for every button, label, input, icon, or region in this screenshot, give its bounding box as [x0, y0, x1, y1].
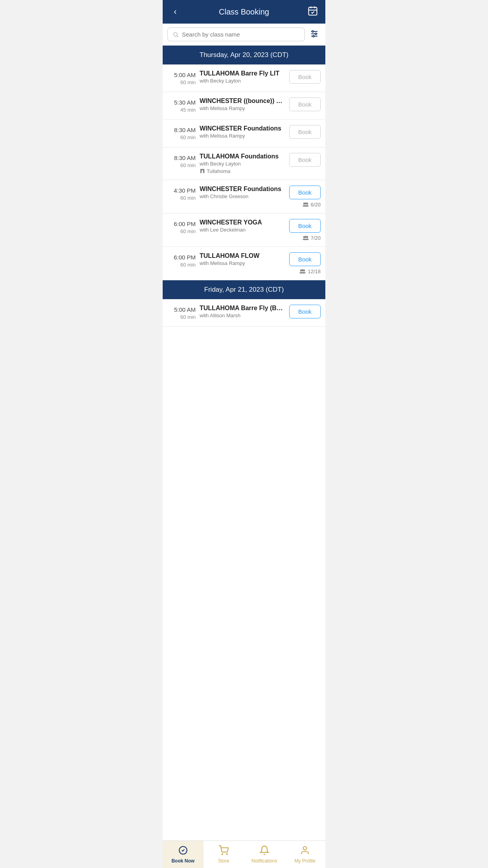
svg-point-33	[222, 854, 223, 855]
filter-button[interactable]	[308, 28, 321, 41]
svg-line-5	[177, 36, 178, 37]
class-row: 5:30 AM45 minWINCHESTER ((bounce)) FL...…	[163, 92, 325, 120]
nav-item-my-profile[interactable]: My Profile	[285, 841, 326, 868]
book-button[interactable]: Book	[289, 186, 321, 199]
search-icon	[172, 31, 179, 38]
nav-item-notifications[interactable]: Notifications	[244, 841, 285, 868]
class-action: Book	[289, 70, 321, 84]
class-info: TULLAHOMA Foundationswith Becky LaytonTu…	[200, 153, 285, 174]
class-row: 5:00 AM60 minTULLAHOMA Barre Fly LITwith…	[163, 64, 325, 92]
class-instructor: with Becky Layton	[200, 78, 285, 84]
class-instructor: with Christie Greeson	[200, 193, 285, 199]
book-button[interactable]: Book	[289, 219, 321, 233]
nav-label: Notifications	[251, 858, 277, 864]
class-name: TULLAHOMA Barre Fly (BO...	[200, 305, 285, 312]
book-button[interactable]: Book	[289, 305, 321, 318]
class-name: TULLAHOMA Barre Fly LIT	[200, 70, 285, 77]
class-instructor: with Lee Deckelman	[200, 227, 285, 233]
class-time: 5:00 AM60 min	[167, 70, 196, 86]
class-action: Book 7/20	[289, 219, 321, 241]
class-info: WINCHESTER ((bounce)) FL...with Melissa …	[200, 97, 285, 111]
class-row: 6:00 PM60 minTULLAHOMA FLOWwith Melissa …	[163, 247, 325, 280]
class-action: Book 6/20	[289, 186, 321, 208]
capacity-label: 6/20	[311, 202, 321, 208]
svg-point-22	[305, 236, 306, 238]
class-row: 8:30 AM60 minWINCHESTER Foundationswith …	[163, 120, 325, 147]
svg-point-19	[304, 205, 307, 207]
sliders-icon	[310, 29, 319, 39]
search-input[interactable]	[182, 31, 300, 38]
class-name: WINCHESTER Foundations	[200, 186, 285, 193]
class-info: WINCHESTER Foundationswith Christie Gree…	[200, 186, 285, 199]
svg-rect-0	[309, 7, 317, 15]
time-main: 8:30 AM	[167, 126, 196, 134]
book-button[interactable]: Book	[289, 70, 321, 84]
svg-point-35	[303, 846, 307, 850]
svg-point-25	[304, 239, 307, 240]
time-duration: 60 min	[167, 162, 196, 169]
book-button[interactable]: Book	[289, 125, 321, 139]
time-duration: 60 min	[167, 228, 196, 235]
nav-item-store[interactable]: Store	[204, 841, 244, 868]
class-time: 6:00 PM60 min	[167, 219, 196, 235]
search-bar	[163, 24, 325, 46]
class-time: 8:30 AM60 min	[167, 153, 196, 169]
cart-icon	[218, 845, 229, 857]
class-action: Book	[289, 305, 321, 318]
date-header: Friday, Apr 21, 2023 (CDT)	[163, 280, 325, 299]
back-button[interactable]: ‹	[169, 7, 182, 17]
time-main: 5:00 AM	[167, 305, 196, 314]
class-instructor: with Melissa Rampy	[200, 105, 285, 111]
time-main: 5:00 AM	[167, 71, 196, 79]
class-info: WINCHESTER YOGAwith Lee Deckelman	[200, 219, 285, 233]
class-time: 6:00 PM60 min	[167, 252, 196, 268]
time-duration: 60 min	[167, 195, 196, 202]
book-button[interactable]: Book	[289, 153, 321, 167]
people-icon	[302, 235, 309, 241]
class-time: 5:00 AM60 min	[167, 305, 196, 321]
time-main: 8:30 AM	[167, 154, 196, 162]
time-main: 4:30 PM	[167, 186, 196, 195]
time-main: 5:30 AM	[167, 98, 196, 107]
capacity-label: 7/20	[311, 235, 321, 241]
calendar-icon[interactable]	[306, 6, 319, 18]
time-duration: 60 min	[167, 261, 196, 268]
svg-point-10	[315, 33, 317, 35]
class-row: 4:30 PM60 minWINCHESTER Foundationswith …	[163, 180, 325, 213]
book-button[interactable]: Book	[289, 97, 321, 111]
class-info: WINCHESTER Foundationswith Melissa Rampy	[200, 125, 285, 139]
person-icon	[300, 845, 310, 857]
svg-point-11	[313, 35, 314, 37]
page-title: Class Booking	[182, 7, 306, 17]
capacity-info: 6/20	[302, 202, 321, 208]
class-name: TULLAHOMA FLOW	[200, 252, 285, 259]
class-instructor: with Melissa Rampy	[200, 133, 285, 139]
svg-point-28	[302, 269, 304, 271]
capacity-info: 7/20	[302, 235, 321, 241]
header: ‹ Class Booking	[163, 0, 325, 24]
main-content: Thursday, Apr 20, 2023 (CDT)5:00 AM60 mi…	[163, 46, 325, 868]
time-duration: 45 min	[167, 107, 196, 114]
class-instructor: with Allison Marsh	[200, 313, 285, 318]
class-time: 8:30 AM60 min	[167, 125, 196, 141]
book-button[interactable]: Book	[289, 252, 321, 266]
class-row: 5:00 AM60 minTULLAHOMA Barre Fly (BO...w…	[163, 299, 325, 327]
search-input-wrap[interactable]	[167, 28, 305, 41]
check-circle-icon	[178, 845, 188, 857]
class-name: WINCHESTER ((bounce)) FL...	[200, 97, 285, 105]
class-row: 6:00 PM60 minWINCHESTER YOGAwith Lee Dec…	[163, 213, 325, 247]
location-label: Tullahoma	[207, 168, 230, 174]
svg-point-31	[301, 272, 305, 274]
nav-label: Store	[218, 858, 229, 864]
nav-item-book-now[interactable]: Book Now	[163, 841, 204, 868]
time-duration: 60 min	[167, 314, 196, 321]
people-icon	[299, 268, 306, 274]
class-info: TULLAHOMA FLOWwith Melissa Rampy	[200, 252, 285, 266]
class-name: TULLAHOMA Foundations	[200, 153, 285, 160]
time-main: 6:00 PM	[167, 253, 196, 261]
building-icon	[200, 168, 205, 174]
time-duration: 60 min	[167, 79, 196, 86]
svg-point-4	[174, 32, 177, 36]
class-instructor: with Melissa Rampy	[200, 260, 285, 266]
svg-point-9	[312, 31, 314, 32]
